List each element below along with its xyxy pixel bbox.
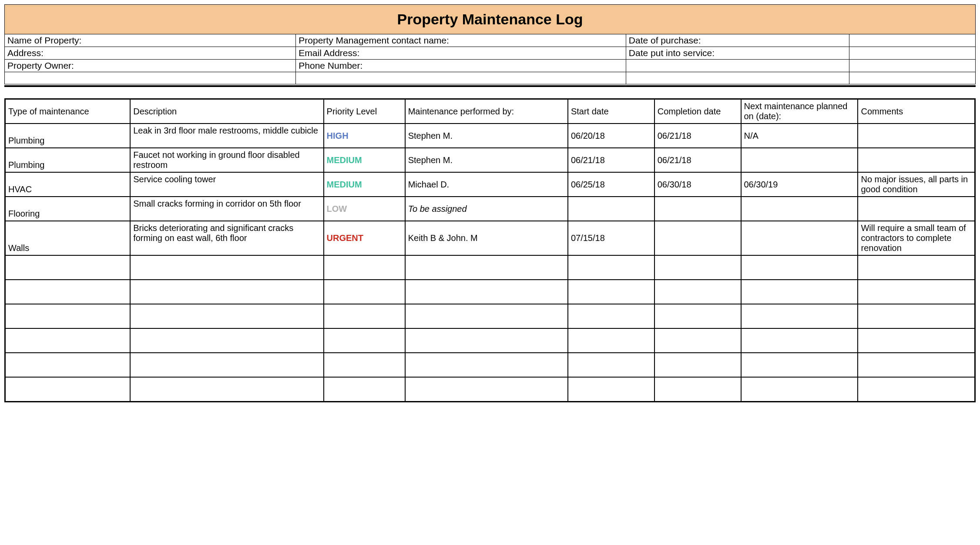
- cell-type: Plumbing: [5, 124, 131, 148]
- col-header-completion-date: Completion date: [654, 99, 741, 124]
- cell-priority: MEDIUM: [324, 172, 405, 197]
- cell-performed-by: Stephen M.: [405, 148, 568, 172]
- cell-next-maintenance: [741, 255, 858, 280]
- cell-performed-by: [405, 280, 568, 304]
- cell-comments: [858, 328, 975, 353]
- cell-priority: [324, 377, 405, 401]
- cell-comments: [858, 124, 975, 148]
- cell-next-maintenance: [741, 280, 858, 304]
- table-row: [5, 353, 975, 377]
- info-label: Email Address:: [296, 47, 626, 60]
- cell-comments: [858, 197, 975, 221]
- info-value: [849, 60, 975, 72]
- info-value: [5, 72, 296, 84]
- cell-completion-date: [654, 197, 741, 221]
- cell-performed-by: Michael D.: [405, 172, 568, 197]
- cell-comments: Will require a small team of contractors…: [858, 221, 975, 255]
- cell-description: Bricks deteriorating and significant cra…: [130, 221, 323, 255]
- col-header-type: Type of maintenance: [5, 99, 131, 124]
- cell-next-maintenance: [741, 353, 858, 377]
- col-header-start-date: Start date: [568, 99, 654, 124]
- cell-type: Flooring: [5, 197, 131, 221]
- page-title: Property Maintenance Log: [4, 4, 976, 34]
- info-row: Address: Email Address: Date put into se…: [5, 47, 976, 60]
- table-row: [5, 255, 975, 280]
- cell-next-maintenance: [741, 328, 858, 353]
- cell-completion-date: [654, 255, 741, 280]
- table-row: WallsBricks deteriorating and significan…: [5, 221, 975, 255]
- info-value: [849, 72, 975, 84]
- info-row: Name of Property: Property Management co…: [5, 34, 976, 47]
- cell-priority: [324, 304, 405, 328]
- info-label: Date put into service:: [626, 47, 849, 60]
- cell-description: Small cracks forming in corridor on 5th …: [130, 197, 323, 221]
- table-row: [5, 280, 975, 304]
- table-row: PlumbingFaucet not working in ground flo…: [5, 148, 975, 172]
- cell-completion-date: 06/21/18: [654, 148, 741, 172]
- maintenance-log-table: Type of maintenance Description Priority…: [4, 98, 976, 402]
- cell-type: Plumbing: [5, 148, 131, 172]
- cell-type: [5, 377, 131, 401]
- info-value: [626, 60, 849, 72]
- table-row: [5, 377, 975, 401]
- info-label: Phone Number:: [296, 60, 626, 72]
- table-row: [5, 328, 975, 353]
- cell-performed-by: [405, 328, 568, 353]
- cell-description: [130, 255, 323, 280]
- cell-start-date: 06/20/18: [568, 124, 654, 148]
- cell-start-date: 06/21/18: [568, 148, 654, 172]
- cell-next-maintenance: [741, 377, 858, 401]
- divider: [4, 85, 976, 87]
- cell-priority: URGENT: [324, 221, 405, 255]
- cell-performed-by: Stephen M.: [405, 124, 568, 148]
- col-header-description: Description: [130, 99, 323, 124]
- info-row: [5, 72, 976, 84]
- info-table: Name of Property: Property Management co…: [4, 34, 976, 84]
- table-header-row: Type of maintenance Description Priority…: [5, 99, 975, 124]
- col-header-comments: Comments: [858, 99, 975, 124]
- cell-next-maintenance: [741, 148, 858, 172]
- info-value: [626, 72, 849, 84]
- cell-next-maintenance: [741, 197, 858, 221]
- cell-start-date: [568, 197, 654, 221]
- cell-priority: [324, 328, 405, 353]
- cell-comments: [858, 148, 975, 172]
- cell-description: [130, 353, 323, 377]
- cell-completion-date: [654, 353, 741, 377]
- cell-next-maintenance: [741, 221, 858, 255]
- cell-comments: No major issues, all parts in good condi…: [858, 172, 975, 197]
- cell-performed-by: To be assigned: [405, 197, 568, 221]
- cell-comments: [858, 280, 975, 304]
- cell-description: Service cooling tower: [130, 172, 323, 197]
- cell-start-date: 07/15/18: [568, 221, 654, 255]
- cell-start-date: [568, 255, 654, 280]
- cell-completion-date: [654, 304, 741, 328]
- cell-start-date: [568, 377, 654, 401]
- cell-start-date: [568, 353, 654, 377]
- cell-next-maintenance: [741, 304, 858, 328]
- cell-description: Faucet not working in ground floor disab…: [130, 148, 323, 172]
- col-header-performed-by: Maintenance performed by:: [405, 99, 568, 124]
- col-header-next-maintenance: Next maintenance planned on (date):: [741, 99, 858, 124]
- cell-type: [5, 353, 131, 377]
- cell-priority: HIGH: [324, 124, 405, 148]
- info-label: Name of Property:: [5, 34, 296, 47]
- cell-comments: [858, 377, 975, 401]
- cell-description: [130, 304, 323, 328]
- cell-completion-date: [654, 280, 741, 304]
- cell-comments: [858, 353, 975, 377]
- cell-type: Walls: [5, 221, 131, 255]
- info-label: Date of purchase:: [626, 34, 849, 47]
- info-value: [296, 72, 626, 84]
- cell-start-date: 06/25/18: [568, 172, 654, 197]
- cell-next-maintenance: N/A: [741, 124, 858, 148]
- info-value: [849, 47, 975, 60]
- cell-type: [5, 304, 131, 328]
- info-value: [849, 34, 975, 47]
- cell-priority: [324, 353, 405, 377]
- cell-type: [5, 255, 131, 280]
- cell-performed-by: [405, 377, 568, 401]
- cell-type: HVAC: [5, 172, 131, 197]
- cell-description: Leak in 3rd floor male restrooms, middle…: [130, 124, 323, 148]
- cell-performed-by: Keith B & John. M: [405, 221, 568, 255]
